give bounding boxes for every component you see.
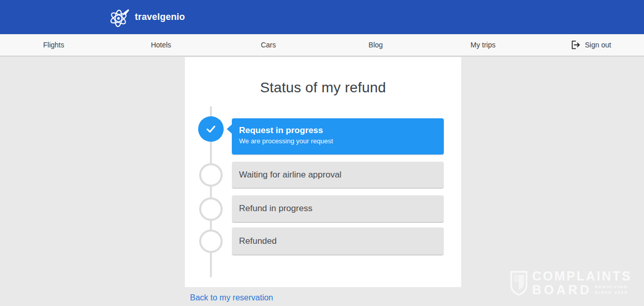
nav-item-my-trips[interactable]: My trips <box>430 34 537 56</box>
back-to-reservation-link[interactable]: Back to my reservation <box>190 293 273 302</box>
shield-icon <box>510 270 528 296</box>
nav-item-label: My trips <box>470 41 495 49</box>
watermark-tagline-line2: SINCE 2004 <box>595 290 628 295</box>
sign-out-icon <box>569 39 581 50</box>
step-indicator-request-in-progress <box>198 116 224 142</box>
step-refund-in-progress: Refund in progress <box>232 195 444 223</box>
step-indicator-refunded <box>199 230 223 253</box>
checkmark-icon <box>204 122 218 136</box>
nav-item-label: Cars <box>261 41 276 49</box>
step-indicator-refund-in-progress <box>199 197 223 221</box>
step-sublabel: We are processing your request <box>239 137 436 145</box>
nav-item-label: Flights <box>43 41 64 49</box>
watermark-tagline: RESOLVING SINCE 2004 <box>595 284 628 296</box>
refund-status-card: Status of my refund Request in progress … <box>185 57 461 287</box>
step-request-in-progress: Request in progress We are processing yo… <box>232 118 444 155</box>
nav-item-hotels[interactable]: Hotels <box>107 34 214 56</box>
nav-item-label: Blog <box>369 41 383 49</box>
nav-item-label: Hotels <box>151 41 171 49</box>
watermark-text: COMPLAINTS BOARD RESOLVING SINCE 2004 <box>532 270 632 296</box>
nav-item-flights[interactable]: Flights <box>0 34 107 56</box>
main-content: Status of my refund Request in progress … <box>0 57 644 305</box>
step-waiting-for-airline-approval: Waiting for airline approval <box>232 162 444 189</box>
watermark-line1: COMPLAINTS <box>532 270 632 283</box>
main-nav: Flights Hotels Cars Blog My trips Sign o… <box>0 34 644 57</box>
complaintsboard-watermark: COMPLAINTS BOARD RESOLVING SINCE 2004 <box>510 270 632 296</box>
page-title: Status of my refund <box>185 80 461 96</box>
travelgenio-logo[interactable]: travelgenio <box>109 6 185 29</box>
step-label: Refund in progress <box>239 203 313 214</box>
step-label: Refunded <box>239 236 277 246</box>
step-label: Request in progress <box>239 125 436 136</box>
sign-out-label: Sign out <box>585 41 611 49</box>
nav-item-cars[interactable]: Cars <box>214 34 322 56</box>
step-refunded: Refunded <box>232 227 444 256</box>
brand-name: travelgenio <box>135 12 185 22</box>
atom-plane-logo-icon <box>109 6 130 29</box>
sign-out-button[interactable]: Sign out <box>537 34 644 56</box>
watermark-line2: BOARD <box>532 284 592 296</box>
step-indicator-waiting-for-airline-approval <box>199 163 223 187</box>
nav-item-blog[interactable]: Blog <box>322 34 430 56</box>
watermark-tagline-line1: RESOLVING <box>595 284 628 290</box>
app-header: travelgenio <box>0 0 644 34</box>
step-label: Waiting for airline approval <box>239 170 342 180</box>
